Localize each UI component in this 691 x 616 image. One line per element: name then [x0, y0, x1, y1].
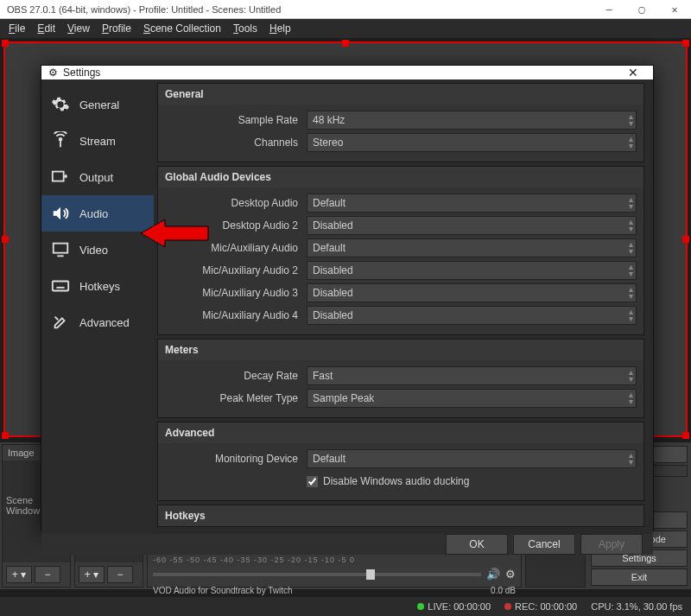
spinner-icon: ▴▾ [629, 136, 633, 149]
resize-handle[interactable] [2, 432, 9, 439]
resize-handle[interactable] [342, 40, 349, 47]
svg-rect-1 [53, 172, 64, 181]
mic3-label: Mic/Auxiliary Audio 3 [165, 287, 307, 299]
remove-button[interactable]: − [35, 566, 60, 583]
mixer-track-label: VOD Audio for Soundtrack by Twitch [153, 586, 293, 595]
mic4-label: Mic/Auxiliary Audio 4 [165, 309, 307, 321]
menu-profile[interactable]: Profile [97, 21, 136, 36]
monitoring-device-label: Monitoring Device [165, 453, 307, 465]
exit-button[interactable]: Exit [591, 568, 688, 586]
menu-file[interactable]: File [3, 21, 30, 36]
spinner-icon: ▴▾ [629, 113, 633, 127]
sample-rate-select[interactable]: 48 kHz▴▾ [307, 111, 637, 130]
desktop-audio-label: Desktop Audio [165, 197, 307, 209]
sidebar-item-label: General [79, 98, 119, 111]
add-button[interactable]: + ▾ [6, 566, 32, 583]
section-title: Global Audio Devices [158, 167, 643, 187]
spinner-icon: ▴▾ [629, 369, 633, 383]
close-button[interactable]: ✕ [658, 0, 691, 19]
add-button[interactable]: + ▾ [79, 566, 105, 583]
checkbox-input[interactable] [307, 476, 318, 487]
resize-handle[interactable] [2, 40, 9, 47]
section-meters: Meters Decay RateFast▴▾ Peak Meter TypeS… [157, 339, 644, 418]
status-rec: REC: 00:00:00 [504, 601, 577, 612]
mic2-select[interactable]: Disabled▴▾ [307, 261, 637, 280]
sidebar-item-label: Stream [79, 135, 116, 148]
menu-help[interactable]: Help [264, 21, 296, 36]
menu-tools[interactable]: Tools [228, 21, 263, 36]
spinner-icon: ▴▾ [629, 196, 633, 210]
disable-ducking-checkbox[interactable]: Disable Windows audio ducking [307, 475, 637, 487]
volume-slider[interactable] [153, 573, 481, 576]
meter-scale: -60 -55 -50 -45 -40 -35 -30 -25 -20 -15 … [153, 556, 516, 564]
dialog-title: Settings [63, 67, 620, 79]
mic1-select[interactable]: Default▴▾ [307, 238, 637, 257]
resize-handle[interactable] [682, 40, 689, 47]
desktop-audio2-select[interactable]: Disabled▴▾ [307, 216, 637, 235]
monitor-icon [50, 239, 71, 260]
disable-ducking-label: Disable Windows audio ducking [323, 475, 469, 487]
sidebar-item-hotkeys[interactable]: Hotkeys [41, 268, 154, 304]
output-icon [50, 167, 71, 187]
svg-point-0 [60, 138, 62, 141]
sidebar-item-label: Output [79, 171, 113, 184]
apply-button[interactable]: Apply [580, 534, 643, 555]
tools-icon [50, 312, 71, 333]
spinner-icon: ▴▾ [629, 391, 633, 405]
sidebar-item-label: Hotkeys [79, 280, 120, 293]
decay-rate-select[interactable]: Fast▴▾ [307, 366, 637, 385]
sidebar-item-label: Audio [79, 207, 108, 220]
peak-meter-select[interactable]: Sample Peak▴▾ [307, 389, 637, 408]
resize-handle[interactable] [682, 432, 689, 439]
menu-view[interactable]: View [62, 21, 95, 36]
menu-edit[interactable]: Edit [32, 21, 60, 36]
channels-label: Channels [165, 137, 307, 149]
resize-handle[interactable] [682, 236, 689, 243]
sidebar-item-stream[interactable]: Stream [41, 123, 154, 159]
sidebar-item-general[interactable]: General [41, 86, 154, 123]
section-title: Hotkeys [158, 505, 643, 526]
monitoring-device-select[interactable]: Default▴▾ [307, 449, 637, 468]
menu-scene-collection[interactable]: Scene Collection [138, 21, 226, 36]
dialog-footer: OK Cancel Apply [41, 534, 653, 555]
gear-icon: ⚙ [48, 67, 58, 79]
ok-button[interactable]: OK [446, 534, 508, 555]
channels-select[interactable]: Stereo▴▾ [307, 133, 637, 152]
sidebar-item-audio[interactable]: Audio [41, 195, 154, 232]
svg-rect-3 [53, 282, 68, 291]
section-advanced: Advanced Monitoring DeviceDefault▴▾ Disa… [157, 422, 644, 501]
cancel-button[interactable]: Cancel [513, 534, 575, 555]
spinner-icon: ▴▾ [629, 219, 633, 232]
dialog-titlebar[interactable]: ⚙ Settings ✕ [41, 66, 653, 79]
spinner-icon: ▴▾ [629, 264, 633, 277]
svg-rect-2 [54, 244, 68, 253]
dialog-close-button[interactable]: ✕ [620, 66, 646, 79]
keyboard-icon [50, 276, 71, 296]
settings-dialog: ⚙ Settings ✕ General Stream Output Audio [41, 65, 654, 531]
mic3-select[interactable]: Disabled▴▾ [307, 283, 637, 302]
desktop-audio-select[interactable]: Default▴▾ [307, 194, 637, 213]
spinner-icon: ▴▾ [629, 286, 633, 300]
mic2-label: Mic/Auxiliary Audio 2 [165, 264, 307, 276]
sidebar-item-output[interactable]: Output [41, 159, 154, 195]
section-title: General [158, 84, 643, 105]
resize-handle[interactable] [2, 236, 9, 243]
section-hotkeys: Hotkeys [157, 505, 644, 527]
remove-button[interactable]: − [107, 566, 133, 583]
mic4-select[interactable]: Disabled▴▾ [307, 306, 637, 325]
minimize-button[interactable]: — [593, 0, 625, 19]
gear-icon[interactable]: ⚙ [505, 568, 516, 581]
sidebar-item-label: Video [79, 244, 108, 257]
sidebar-item-advanced[interactable]: Advanced [41, 304, 154, 340]
sidebar-item-video[interactable]: Video [41, 232, 154, 268]
speaker-icon[interactable]: 🔊 [486, 568, 500, 581]
mic1-label: Mic/Auxiliary Audio [165, 242, 307, 254]
peak-meter-label: Peak Meter Type [165, 392, 307, 404]
antenna-icon [50, 130, 71, 151]
rec-indicator-icon [504, 603, 511, 610]
maximize-button[interactable]: ▢ [625, 0, 658, 19]
decay-rate-label: Decay Rate [165, 370, 307, 382]
settings-sidebar: General Stream Output Audio Video Hotkey… [41, 79, 154, 534]
window-title: OBS 27.0.1 (64-bit, windows) - Profile: … [0, 4, 593, 15]
mixer-track-db: 0.0 dB [491, 586, 516, 595]
